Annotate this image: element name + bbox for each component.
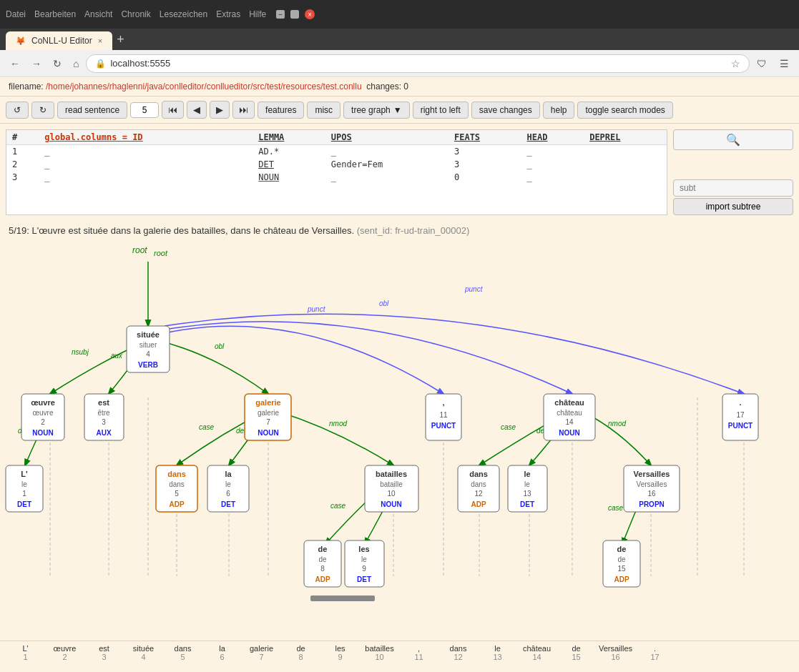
svg-text:case: case: [501, 423, 516, 431]
svg-text:12: 12: [474, 490, 483, 498]
svg-text:14: 14: [565, 418, 574, 426]
menu-button[interactable]: ☰: [775, 55, 793, 72]
address-bar[interactable]: 🔒 localhost:5555 ☆: [86, 54, 750, 73]
sentence-text: L'œuvre est située dans la galerie des b…: [32, 225, 355, 236]
svg-text:le: le: [21, 480, 27, 488]
features-button[interactable]: features: [258, 102, 304, 119]
save-changes-button[interactable]: save changes: [471, 102, 540, 119]
forward-button[interactable]: →: [27, 55, 46, 72]
svg-text:root: root: [132, 245, 147, 255]
svg-text:L': L': [21, 470, 28, 478]
svg-text:9: 9: [362, 565, 366, 573]
table-row[interactable]: 1 _ AD.* _ 3 _: [6, 145, 667, 159]
svg-text:.: .: [739, 398, 741, 407]
bottom-word-10: batailles 10: [360, 644, 399, 661]
bottom-word-3: est 3: [84, 644, 124, 661]
svg-text:ADP: ADP: [315, 575, 330, 583]
minimize-button[interactable]: −: [276, 10, 285, 19]
svg-text:case: case: [330, 502, 346, 510]
table-row[interactable]: 3 _ NOUN _ 0 _: [6, 171, 667, 184]
svg-text:dans: dans: [167, 470, 186, 478]
prev-button[interactable]: ◀: [187, 101, 207, 119]
svg-text:punct: punct: [307, 305, 326, 313]
bottom-word-17: . 17: [635, 644, 675, 661]
svg-text:château: château: [554, 398, 584, 407]
cell-head: _: [521, 145, 584, 159]
svg-text:les: les: [358, 545, 369, 553]
table-row[interactable]: 2 _ DET Gender=Fem 3 _: [6, 158, 667, 171]
extensions-button[interactable]: 🛡: [753, 55, 771, 72]
bottom-word-2: œuvre 2: [45, 644, 84, 661]
svg-text:11: 11: [439, 411, 448, 419]
svg-text:17: 17: [736, 411, 745, 419]
svg-text:est: est: [98, 398, 109, 407]
bottom-word-6: la 6: [202, 644, 242, 661]
url-text: localhost:5555: [110, 58, 727, 69]
cell-lemma: DET: [253, 158, 325, 171]
right-to-left-button[interactable]: right to left: [413, 102, 469, 119]
bottom-word-8: de 8: [281, 644, 320, 661]
svg-text:Versailles: Versailles: [634, 470, 670, 478]
svg-text:NOUN: NOUN: [258, 429, 278, 437]
tree-graph-button[interactable]: tree graph ▼: [343, 102, 410, 119]
undo-button[interactable]: ↺: [6, 102, 29, 119]
cell-deprel: [584, 158, 667, 171]
svg-text:DET: DET: [221, 500, 235, 508]
svg-text:le: le: [524, 470, 530, 478]
maximize-button[interactable]: [290, 10, 299, 19]
svg-text:nsubj: nsubj: [72, 348, 89, 356]
svg-text:8: 8: [320, 565, 325, 573]
cell-upos: _: [325, 145, 448, 159]
close-button[interactable]: ×: [305, 9, 315, 19]
bookmark-icon[interactable]: ☆: [731, 58, 740, 69]
col-lemma: LEMMA: [253, 130, 325, 145]
conll-sidebar: 🔍 import subtree: [673, 129, 793, 215]
svg-text:,: ,: [442, 398, 444, 407]
sent-id: (sent_id: fr-ud-train_00002): [357, 225, 470, 236]
cell-lemma: AD.*: [253, 145, 325, 159]
svg-text:NOUN: NOUN: [32, 429, 53, 437]
home-button[interactable]: ⌂: [69, 55, 83, 72]
read-sentence-button[interactable]: read sentence: [57, 102, 127, 119]
bottom-word-4: située 4: [124, 644, 163, 661]
first-button[interactable]: ⏮: [162, 101, 184, 119]
search-button[interactable]: 🔍: [673, 129, 793, 150]
last-button[interactable]: ⏭: [232, 101, 255, 119]
import-subtree-button[interactable]: import subtree: [673, 198, 793, 215]
svg-text:VERB: VERB: [138, 361, 158, 369]
bottom-word-15: de 15: [557, 644, 596, 661]
cell-head: _: [521, 171, 584, 184]
svg-text:PROPN: PROPN: [639, 500, 665, 508]
new-tab-button[interactable]: +: [117, 32, 124, 50]
reload-button[interactable]: ↻: [49, 55, 66, 72]
svg-text:1: 1: [22, 490, 26, 498]
bottom-word-7: galerie 7: [242, 644, 281, 661]
redo-button[interactable]: ↻: [31, 102, 54, 119]
svg-text:nmod: nmod: [329, 420, 347, 428]
subtree-input[interactable]: [673, 179, 793, 197]
cell-id: _: [39, 158, 253, 171]
svg-text:dans: dans: [169, 480, 185, 488]
col-global-columns: global.columns = ID: [39, 130, 253, 145]
cell-feats: 3: [448, 145, 521, 159]
svg-text:le: le: [361, 555, 367, 563]
sentence-number-input[interactable]: [130, 102, 159, 118]
svg-text:ADP: ADP: [169, 500, 184, 508]
svg-text:punct: punct: [464, 285, 484, 293]
tab-close-icon[interactable]: ×: [98, 36, 102, 45]
svg-text:10: 10: [387, 490, 396, 498]
sentence-bar: 5/19: L'œuvre est située dans la galerie…: [0, 221, 799, 240]
svg-text:batailles: batailles: [376, 470, 407, 478]
toggle-search-button[interactable]: toggle search modes: [577, 102, 672, 119]
svg-text:case: case: [199, 423, 215, 431]
active-tab[interactable]: 🦊 CoNLL-U Editor ×: [6, 31, 112, 50]
misc-button[interactable]: misc: [307, 102, 340, 119]
cell-id: _: [39, 145, 253, 159]
cell-idx: 3: [6, 171, 39, 184]
next-button[interactable]: ▶: [210, 101, 230, 119]
help-button[interactable]: help: [543, 102, 575, 119]
svg-text:dans: dans: [471, 480, 486, 488]
bottom-word-12: dans 12: [438, 644, 478, 661]
toolbar: ↺ ↻ read sentence ⏮ ◀ ▶ ⏭ features misc …: [0, 97, 799, 124]
back-button[interactable]: ←: [6, 55, 24, 72]
